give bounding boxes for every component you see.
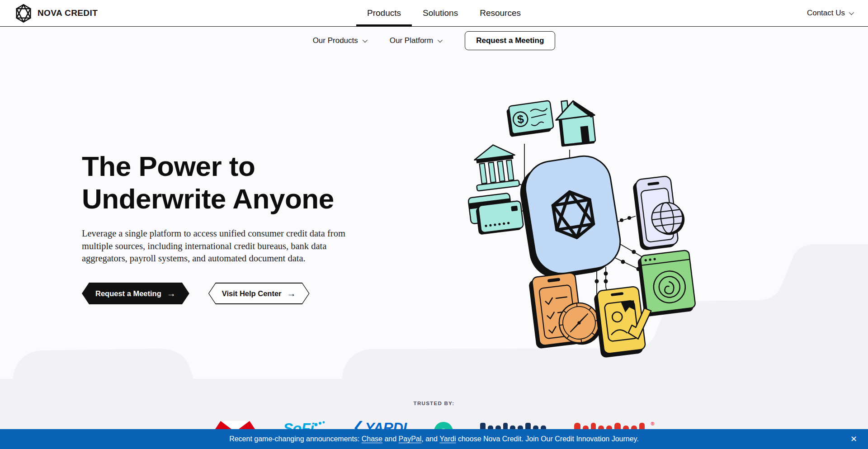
banner-close-button[interactable]: ✕: [850, 434, 857, 444]
chevron-down-icon: [849, 10, 854, 15]
hero-title: The Power to Underwrite Anyone: [82, 150, 380, 215]
chevron-down-icon: [438, 38, 443, 43]
hero-illustration: $: [461, 90, 696, 362]
browser-fingerprint-icon: [637, 250, 696, 317]
request-meeting-label: Request a Meeting: [95, 289, 161, 298]
brand-name: NOVA CREDIT: [38, 8, 98, 18]
clipboard-compass-icon: [528, 270, 604, 350]
registered-trademark: ®: [651, 421, 655, 426]
contact-us-menu[interactable]: Contact Us: [807, 9, 853, 18]
chase-link[interactable]: Chase: [362, 435, 382, 443]
tab-solutions[interactable]: Solutions: [412, 0, 469, 26]
hero-title-line1: The Power to: [82, 151, 255, 182]
paypal-link[interactable]: PayPal: [399, 435, 422, 443]
request-meeting-hero-button[interactable]: Request a Meeting →: [82, 283, 189, 304]
brand[interactable]: NOVA CREDIT: [15, 4, 98, 23]
arrow-right-icon: →: [287, 289, 296, 298]
request-meeting-nav-button[interactable]: Request a Meeting: [465, 31, 555, 50]
nova-credit-logo-icon: [15, 4, 32, 23]
cheque-icon: $: [506, 100, 554, 137]
hero-title-line2: Underwrite Anyone: [82, 183, 334, 214]
nova-gem-tile-icon: [516, 152, 625, 282]
trusted-by-label: TRUSTED BY:: [0, 401, 868, 406]
house-icon: [554, 98, 598, 147]
hero-description: Leverage a single platform to access uni…: [82, 227, 357, 265]
our-products-dropdown[interactable]: Our Products: [313, 36, 366, 45]
banner-text: and: [382, 435, 399, 443]
background-hills: [0, 0, 868, 449]
visit-help-center-button[interactable]: Visit Help Center →: [208, 283, 310, 304]
our-products-label: Our Products: [313, 36, 358, 45]
our-platform-dropdown[interactable]: Our Platform: [390, 36, 441, 45]
secondary-navigation: Our Products Our Platform Request a Meet…: [0, 27, 868, 54]
tab-products[interactable]: Products: [356, 0, 412, 26]
banner-text: , and: [421, 435, 439, 443]
our-platform-label: Our Platform: [390, 36, 433, 45]
bank-icon: [472, 142, 519, 191]
contact-us-label: Contact Us: [807, 9, 845, 18]
tab-resources[interactable]: Resources: [469, 0, 532, 26]
hero-cta-row: Request a Meeting → Visit Help Center →: [82, 283, 310, 304]
banner-text: choose Nova Credit. Join Our Credit Inno…: [456, 435, 639, 443]
visit-help-center-label: Visit Help Center: [222, 289, 282, 298]
phone-globe-icon: [632, 175, 688, 251]
yardi-link[interactable]: Yardi: [439, 435, 456, 443]
credit-cards-icon: [468, 192, 524, 236]
announcement-banner: Recent game-changing announcements: Chas…: [0, 429, 868, 449]
chevron-down-icon: [363, 38, 368, 43]
arrow-right-icon: →: [167, 289, 176, 298]
banner-text: Recent game-changing announcements:: [229, 435, 362, 443]
primary-tabs: Products Solutions Resources: [356, 0, 532, 26]
page: NOVA CREDIT Products Solutions Resources…: [0, 0, 868, 449]
top-navigation: NOVA CREDIT Products Solutions Resources…: [0, 0, 868, 27]
